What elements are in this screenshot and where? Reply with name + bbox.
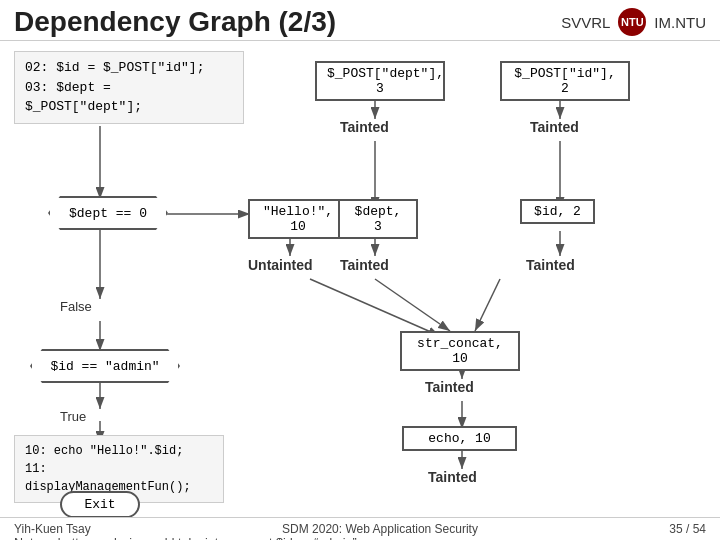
tainted-dept3: Tainted xyxy=(340,257,389,273)
code-line2: 03: $dept = $_POST["dept"]; xyxy=(25,78,233,117)
svg-line-16 xyxy=(475,279,500,331)
svg-line-17 xyxy=(310,279,440,336)
logo-text: SVVRL xyxy=(561,14,610,31)
logo-area: SVVRL NTU IM.NTU xyxy=(561,8,706,36)
tainted-id2: Tainted xyxy=(526,257,575,273)
footer: Yih-Kuen Tsay SDM 2020: Web Application … xyxy=(0,517,720,540)
node-id2: $id, 2 xyxy=(520,199,595,224)
tainted-post-dept: Tainted xyxy=(340,119,389,135)
main-content: 02: $id = $_POST["id"]; 03: $dept = $_PO… xyxy=(0,41,720,501)
true-label: True xyxy=(60,409,86,424)
logo-sub: IM.NTU xyxy=(654,14,706,31)
footer-center: SDM 2020: Web Application Security xyxy=(91,522,670,536)
node-dept3: $dept, 3 xyxy=(338,199,418,239)
false-label: False xyxy=(60,299,92,314)
echo-line1: 10: echo "Hello!".$id; xyxy=(25,442,213,460)
node-post-id: $_POST["id"], 2 xyxy=(500,61,630,101)
page-title: Dependency Graph (2/3) xyxy=(14,6,336,38)
tainted-echo10: Tainted xyxy=(428,469,477,485)
node-hello: "Hello!", 10 xyxy=(248,199,348,239)
node-id-admin: $id == "admin" xyxy=(30,349,180,383)
node-dept-cond: $dept == 0 xyxy=(48,196,168,230)
node-echo10: echo, 10 xyxy=(402,426,517,451)
header: Dependency Graph (2/3) SVVRL NTU IM.NTU xyxy=(0,0,720,41)
node-exit: Exit xyxy=(60,491,140,518)
svg-line-15 xyxy=(375,279,450,331)
logo-icon: NTU xyxy=(618,8,646,36)
footer-left: Yih-Kuen Tsay xyxy=(14,522,91,536)
tainted-post-id: Tainted xyxy=(530,119,579,135)
code-block: 02: $id = $_POST["id"]; 03: $dept = $_PO… xyxy=(14,51,244,124)
tainted-str-concat: Tainted xyxy=(425,379,474,395)
code-line1: 02: $id = $_POST["id"]; xyxy=(25,58,233,78)
node-post-dept: $_POST["dept"], 3 xyxy=(315,61,445,101)
untainted-hello: Untainted xyxy=(248,257,313,273)
footer-right: 35 / 54 xyxy=(669,522,706,536)
node-str-concat: str_concat, 10 xyxy=(400,331,520,371)
